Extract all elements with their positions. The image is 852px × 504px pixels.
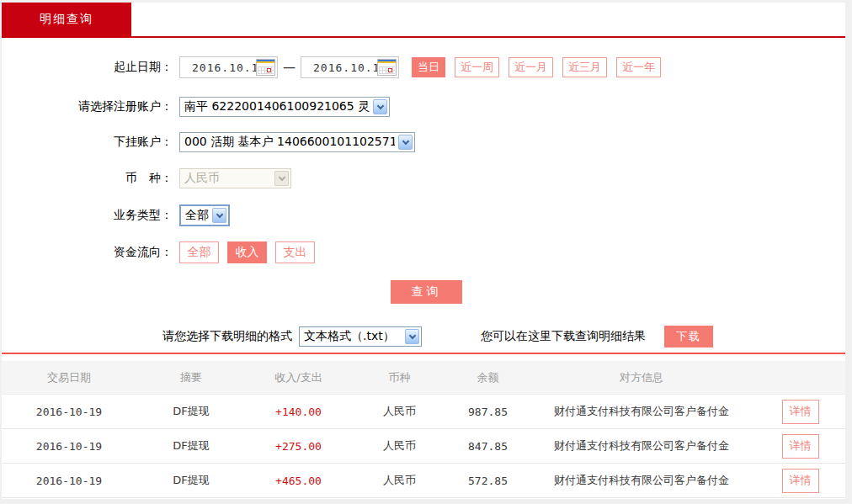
results-table: 交易日期 摘要 收入/支出 币种 余额 对方信息 2016-10-19 DF提现… [2,361,845,498]
detail-button[interactable]: 详情 [782,400,819,424]
header-counterparty: 对方信息 [528,370,755,385]
business-type-row: 业务类型： 全部 [2,204,845,226]
header-amount: 收入/支出 [246,370,351,385]
cell-summary: DF提现 [136,438,246,454]
quick-button-today[interactable]: 当日 [412,57,445,77]
download-row: 请您选择下载明细的格式 文本格式（.txt） 您可以在这里下载查询明细结果 下载 [2,326,845,347]
end-date-field [301,56,399,78]
header-currency: 币种 [351,370,448,385]
sub-account-value: 000 活期 基本户 1406600101102571848 [184,135,395,150]
cell-counterparty: 财付通支付科技有限公司客户备付金 [528,404,755,419]
section-divider [2,353,845,354]
fund-flow-label: 资金流向： [2,245,173,260]
detail-button[interactable]: 详情 [782,469,819,493]
calendar-icon[interactable] [377,59,397,76]
table-row: 2016-10-19 DF提现 +140.00 人民币 987.85 财付通支付… [2,395,845,429]
sub-account-label: 下挂账户： [2,135,173,150]
cell-counterparty: 财付通支付科技有限公司客户备付金 [528,473,755,488]
table-header-row: 交易日期 摘要 收入/支出 币种 余额 对方信息 [2,361,845,395]
cell-summary: DF提现 [136,473,246,488]
quick-button-last-week[interactable]: 近一周 [455,57,499,77]
start-date-field [179,56,278,78]
tab-label: 明细查询 [40,12,93,27]
cell-currency: 人民币 [351,438,448,454]
cell-currency: 人民币 [351,404,448,419]
chevron-down-icon [405,329,419,344]
sub-account-select[interactable]: 000 活期 基本户 1406600101102571848 [179,132,415,152]
cell-balance: 847.85 [448,440,528,453]
registered-account-value: 南平 6222001406100921065 灵通卡 [184,99,370,114]
cell-amount: +140.00 [246,406,351,418]
cell-balance: 987.85 [448,406,528,418]
header-balance: 余额 [448,370,528,385]
download-format-value: 文本格式（.txt） [304,329,402,344]
cell-date: 2016-10-19 [2,475,136,487]
flow-button-all[interactable]: 全部 [179,241,219,263]
cell-balance: 572.85 [448,475,528,487]
quick-button-last-year[interactable]: 近一年 [616,57,661,77]
registered-account-select[interactable]: 南平 6222001406100921065 灵通卡 [179,97,390,117]
download-format-select[interactable]: 文本格式（.txt） [299,326,422,347]
currency-label: 币 种： [2,171,173,186]
detail-button[interactable]: 详情 [782,434,819,459]
quick-button-last-3-months[interactable]: 近三月 [562,57,607,77]
chevron-down-icon [373,99,387,114]
cell-date: 2016-10-19 [2,406,136,418]
download-format-label: 请您选择下载明细的格式 [2,329,292,344]
table-row: 2016-10-19 DF提现 +465.00 人民币 572.85 财付通支付… [2,464,845,498]
business-type-select[interactable]: 全部 [179,204,230,226]
table-row: 2016-10-19 DF提现 +275.00 人民币 847.85 财付通支付… [2,429,845,464]
chevron-down-icon [398,135,413,150]
date-range-separator: — [283,60,296,75]
chevron-down-icon [212,208,226,223]
sub-account-row: 下挂账户： 000 活期 基本户 1406600101102571848 [2,132,845,152]
quick-button-last-month[interactable]: 近一月 [509,57,553,77]
quick-date-buttons: 当日 近一周 近一月 近三月 近一年 [412,57,670,77]
cell-date: 2016-10-19 [2,440,136,453]
cell-summary: DF提现 [136,404,246,419]
business-type-label: 业务类型： [2,208,173,223]
cell-currency: 人民币 [351,473,448,488]
query-button[interactable]: 查询 [391,280,462,304]
currency-value: 人民币 [184,171,271,186]
currency-row: 币 种： 人民币 [2,168,845,188]
calendar-icon[interactable] [256,59,275,76]
date-range-row: 起止日期： — 当日 近一周 近一月 近三月 近一年 [2,56,845,78]
business-type-value: 全部 [185,208,209,223]
download-hint: 您可以在这里下载查询明细结果 [481,329,646,344]
cell-amount: +275.00 [246,440,351,453]
main-panel: 明细查询 起止日期： — 当日 近一周 近一月 近三月 [2,3,845,499]
cell-amount: +465.00 [246,475,351,487]
flow-button-expense[interactable]: 支出 [275,241,315,263]
fund-flow-row: 资金流向： 全部 收入 支出 [2,241,845,263]
flow-button-income[interactable]: 收入 [227,241,267,263]
registered-account-row: 请选择注册账户： 南平 6222001406100921065 灵通卡 [2,97,845,117]
tab-detail-query[interactable]: 明细查询 [2,3,131,36]
download-button[interactable]: 下载 [664,326,713,347]
date-range-label: 起止日期： [2,60,173,75]
header-summary: 摘要 [136,370,246,385]
registered-account-label: 请选择注册账户： [2,99,173,114]
header-date: 交易日期 [2,370,136,385]
cell-counterparty: 财付通支付科技有限公司客户备付金 [528,438,755,454]
chevron-down-icon [274,171,289,186]
currency-select: 人民币 [179,168,291,188]
tab-underline [2,36,845,38]
